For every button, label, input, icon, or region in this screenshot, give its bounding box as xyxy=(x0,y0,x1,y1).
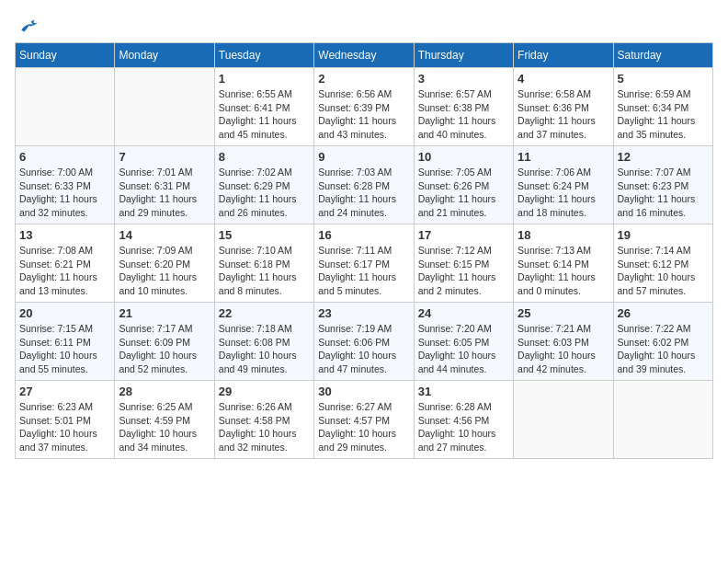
day-info: Sunrise: 6:25 AM Sunset: 4:59 PM Dayligh… xyxy=(119,400,210,454)
day-number: 13 xyxy=(19,228,110,242)
day-number: 23 xyxy=(318,306,409,320)
day-info: Sunrise: 7:05 AM Sunset: 6:26 PM Dayligh… xyxy=(418,166,509,220)
calendar-week-row: 1Sunrise: 6:55 AM Sunset: 6:41 PM Daylig… xyxy=(16,68,713,146)
calendar-cell: 22Sunrise: 7:18 AM Sunset: 6:08 PM Dayli… xyxy=(214,303,313,381)
day-info: Sunrise: 7:11 AM Sunset: 6:17 PM Dayligh… xyxy=(318,244,409,298)
day-info: Sunrise: 6:23 AM Sunset: 5:01 PM Dayligh… xyxy=(19,400,110,454)
calendar-cell: 12Sunrise: 7:07 AM Sunset: 6:23 PM Dayli… xyxy=(613,146,712,224)
calendar-week-row: 6Sunrise: 7:00 AM Sunset: 6:33 PM Daylig… xyxy=(16,146,713,224)
calendar-cell: 10Sunrise: 7:05 AM Sunset: 6:26 PM Dayli… xyxy=(414,146,513,224)
day-number: 29 xyxy=(219,385,310,398)
day-info: Sunrise: 7:17 AM Sunset: 6:09 PM Dayligh… xyxy=(119,322,210,376)
day-info: Sunrise: 7:20 AM Sunset: 6:05 PM Dayligh… xyxy=(418,322,509,376)
day-info: Sunrise: 6:27 AM Sunset: 4:57 PM Dayligh… xyxy=(318,400,409,454)
logo-bird-icon xyxy=(18,15,40,37)
day-number: 17 xyxy=(418,228,509,242)
calendar-cell: 3Sunrise: 6:57 AM Sunset: 6:38 PM Daylig… xyxy=(414,68,513,146)
calendar-cell: 27Sunrise: 6:23 AM Sunset: 5:01 PM Dayli… xyxy=(16,381,115,459)
day-info: Sunrise: 7:07 AM Sunset: 6:23 PM Dayligh… xyxy=(618,166,709,220)
day-number: 27 xyxy=(19,385,110,398)
day-number: 4 xyxy=(518,72,609,86)
calendar-cell: 16Sunrise: 7:11 AM Sunset: 6:17 PM Dayli… xyxy=(314,224,414,303)
calendar-header-wednesday: Wednesday xyxy=(314,43,414,68)
calendar-cell: 1Sunrise: 6:55 AM Sunset: 6:41 PM Daylig… xyxy=(214,68,313,146)
day-info: Sunrise: 7:12 AM Sunset: 6:15 PM Dayligh… xyxy=(418,244,509,298)
day-info: Sunrise: 6:58 AM Sunset: 6:36 PM Dayligh… xyxy=(518,87,609,142)
day-number: 6 xyxy=(19,150,110,164)
calendar-cell xyxy=(16,68,115,146)
day-number: 8 xyxy=(219,150,310,164)
calendar-cell: 8Sunrise: 7:02 AM Sunset: 6:29 PM Daylig… xyxy=(214,146,313,224)
day-info: Sunrise: 7:15 AM Sunset: 6:11 PM Dayligh… xyxy=(19,322,110,376)
day-number: 14 xyxy=(119,228,210,242)
day-info: Sunrise: 6:28 AM Sunset: 4:56 PM Dayligh… xyxy=(418,400,509,454)
calendar-table: SundayMondayTuesdayWednesdayThursdayFrid… xyxy=(15,42,713,459)
day-number: 15 xyxy=(219,228,310,242)
calendar-cell: 23Sunrise: 7:19 AM Sunset: 6:06 PM Dayli… xyxy=(314,303,414,381)
calendar-cell xyxy=(514,381,613,459)
day-number: 2 xyxy=(318,72,409,86)
day-info: Sunrise: 6:59 AM Sunset: 6:34 PM Dayligh… xyxy=(618,87,709,142)
day-info: Sunrise: 6:57 AM Sunset: 6:38 PM Dayligh… xyxy=(418,87,509,142)
calendar-cell: 4Sunrise: 6:58 AM Sunset: 6:36 PM Daylig… xyxy=(514,68,613,146)
day-number: 12 xyxy=(618,150,709,164)
day-info: Sunrise: 7:19 AM Sunset: 6:06 PM Dayligh… xyxy=(318,322,409,376)
calendar-cell: 6Sunrise: 7:00 AM Sunset: 6:33 PM Daylig… xyxy=(16,146,115,224)
day-number: 7 xyxy=(119,150,210,164)
calendar-header-saturday: Saturday xyxy=(613,43,712,68)
calendar-header-row: SundayMondayTuesdayWednesdayThursdayFrid… xyxy=(16,43,713,68)
day-info: Sunrise: 7:22 AM Sunset: 6:02 PM Dayligh… xyxy=(618,322,709,376)
calendar-cell: 7Sunrise: 7:01 AM Sunset: 6:31 PM Daylig… xyxy=(115,146,214,224)
calendar-cell: 11Sunrise: 7:06 AM Sunset: 6:24 PM Dayli… xyxy=(514,146,613,224)
day-number: 18 xyxy=(518,228,609,242)
day-number: 10 xyxy=(418,150,509,164)
day-info: Sunrise: 7:01 AM Sunset: 6:31 PM Dayligh… xyxy=(119,166,210,220)
calendar-cell xyxy=(613,381,712,459)
day-info: Sunrise: 7:14 AM Sunset: 6:12 PM Dayligh… xyxy=(618,244,709,298)
calendar-week-row: 27Sunrise: 6:23 AM Sunset: 5:01 PM Dayli… xyxy=(16,381,713,459)
day-number: 9 xyxy=(318,150,409,164)
day-number: 22 xyxy=(219,306,310,320)
calendar-cell xyxy=(115,68,214,146)
calendar-cell: 24Sunrise: 7:20 AM Sunset: 6:05 PM Dayli… xyxy=(414,303,513,381)
calendar-cell: 20Sunrise: 7:15 AM Sunset: 6:11 PM Dayli… xyxy=(16,303,115,381)
day-number: 24 xyxy=(418,306,509,320)
day-number: 1 xyxy=(219,72,310,86)
day-info: Sunrise: 7:00 AM Sunset: 6:33 PM Dayligh… xyxy=(19,166,110,220)
day-number: 25 xyxy=(518,306,609,320)
day-number: 11 xyxy=(518,150,609,164)
logo xyxy=(15,15,40,33)
day-info: Sunrise: 7:09 AM Sunset: 6:20 PM Dayligh… xyxy=(119,244,210,298)
calendar-header-thursday: Thursday xyxy=(414,43,513,68)
calendar-cell: 18Sunrise: 7:13 AM Sunset: 6:14 PM Dayli… xyxy=(514,224,613,303)
day-info: Sunrise: 6:56 AM Sunset: 6:39 PM Dayligh… xyxy=(318,87,409,142)
calendar-cell: 15Sunrise: 7:10 AM Sunset: 6:18 PM Dayli… xyxy=(214,224,313,303)
day-number: 21 xyxy=(119,306,210,320)
day-info: Sunrise: 7:21 AM Sunset: 6:03 PM Dayligh… xyxy=(518,322,609,376)
calendar-week-row: 13Sunrise: 7:08 AM Sunset: 6:21 PM Dayli… xyxy=(16,224,713,303)
calendar-header-tuesday: Tuesday xyxy=(214,43,313,68)
day-info: Sunrise: 6:26 AM Sunset: 4:58 PM Dayligh… xyxy=(219,400,310,454)
day-number: 16 xyxy=(318,228,409,242)
day-number: 30 xyxy=(318,385,409,398)
calendar-cell: 9Sunrise: 7:03 AM Sunset: 6:28 PM Daylig… xyxy=(314,146,414,224)
page-header xyxy=(15,15,713,33)
calendar-cell: 5Sunrise: 6:59 AM Sunset: 6:34 PM Daylig… xyxy=(613,68,712,146)
calendar-header-monday: Monday xyxy=(115,43,214,68)
day-info: Sunrise: 7:08 AM Sunset: 6:21 PM Dayligh… xyxy=(19,244,110,298)
calendar-cell: 30Sunrise: 6:27 AM Sunset: 4:57 PM Dayli… xyxy=(314,381,414,459)
calendar-cell: 25Sunrise: 7:21 AM Sunset: 6:03 PM Dayli… xyxy=(514,303,613,381)
calendar-cell: 29Sunrise: 6:26 AM Sunset: 4:58 PM Dayli… xyxy=(214,381,313,459)
day-number: 20 xyxy=(19,306,110,320)
day-info: Sunrise: 7:02 AM Sunset: 6:29 PM Dayligh… xyxy=(219,166,310,220)
calendar-week-row: 20Sunrise: 7:15 AM Sunset: 6:11 PM Dayli… xyxy=(16,303,713,381)
calendar-cell: 26Sunrise: 7:22 AM Sunset: 6:02 PM Dayli… xyxy=(613,303,712,381)
calendar-cell: 2Sunrise: 6:56 AM Sunset: 6:39 PM Daylig… xyxy=(314,68,414,146)
day-info: Sunrise: 7:18 AM Sunset: 6:08 PM Dayligh… xyxy=(219,322,310,376)
calendar-cell: 21Sunrise: 7:17 AM Sunset: 6:09 PM Dayli… xyxy=(115,303,214,381)
calendar-cell: 14Sunrise: 7:09 AM Sunset: 6:20 PM Dayli… xyxy=(115,224,214,303)
day-number: 19 xyxy=(618,228,709,242)
calendar-cell: 17Sunrise: 7:12 AM Sunset: 6:15 PM Dayli… xyxy=(414,224,513,303)
calendar-cell: 13Sunrise: 7:08 AM Sunset: 6:21 PM Dayli… xyxy=(16,224,115,303)
day-number: 28 xyxy=(119,385,210,398)
